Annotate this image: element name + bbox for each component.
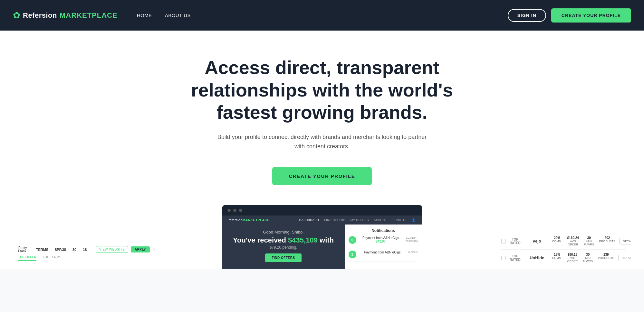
dash-nav-reports[interactable]: REPORTS bbox=[391, 218, 407, 222]
notifications-title: Notifications bbox=[349, 228, 418, 233]
vejo-products-val: 202 bbox=[599, 236, 616, 240]
notification-item-2: $ Payment from A&N eCigs 6:50am bbox=[349, 251, 418, 262]
notification-amount-1: $42.90 bbox=[359, 240, 403, 243]
notification-icon-2: $ bbox=[349, 251, 356, 258]
brand-tag-unhide: TOP RATED bbox=[510, 254, 521, 262]
preview-center-dashboard: refersionMARKETPLACE DASHBOARD FIND OFFE… bbox=[222, 205, 422, 269]
pf-stat-18-val: 18 bbox=[83, 248, 87, 252]
unhide-products: 139 PRODUCTS bbox=[598, 253, 614, 263]
notification-time-1: 10:01am Yesterday bbox=[405, 236, 418, 243]
notification-time-val-1: 10:01am bbox=[405, 236, 418, 239]
tab-terms[interactable]: THE TERMS bbox=[43, 255, 62, 261]
hero-subtitle: Build your profile to connect directly w… bbox=[213, 133, 432, 151]
preview-left-panel: Pretty Frank. TERMS $PP.38 30 18 bbox=[13, 242, 161, 269]
vejo-commission: 20% COMM. bbox=[552, 236, 562, 246]
navbar-actions: SIGN IN CREATE YOUR PROFILE bbox=[508, 8, 631, 23]
dashboard-amount: You've received $435,109 with bbox=[229, 236, 338, 245]
titlebar-dot-2 bbox=[233, 209, 236, 212]
preview-right-panel: TOP RATED vejo 20% COMM. $160.24 AVG ORD… bbox=[496, 230, 631, 269]
main-nav: HOME ABOUT US bbox=[137, 13, 508, 18]
navbar: ✿ Refersion MARKETPLACE HOME ABOUT US SI… bbox=[0, 0, 644, 31]
tab-offer[interactable]: THE OFFER bbox=[18, 255, 36, 261]
unhide-followers: 30 MIN FLWRS bbox=[583, 253, 593, 263]
brand-stats-vejo: 20% COMM. $160.24 AVG ORDER 30 MIN FLWRS… bbox=[552, 236, 616, 246]
vejo-products: 202 PRODUCTS bbox=[599, 236, 616, 246]
pf-stat-pp: $PP.38 bbox=[55, 248, 66, 252]
notification-text-1: Payment from A&N eCigs $42.90 bbox=[359, 236, 403, 243]
dashboard-nav: refersionMARKETPLACE DASHBOARD FIND OFFE… bbox=[222, 216, 422, 225]
nav-about[interactable]: ABOUT US bbox=[165, 13, 191, 18]
vejo-followers-val: 30 bbox=[584, 236, 594, 240]
hero-title: Access direct, transparent relationships… bbox=[177, 56, 467, 124]
dashboard-titlebar bbox=[222, 205, 422, 216]
notification-time-val-2: Yesterday bbox=[405, 239, 418, 243]
dash-nav-user-icon[interactable]: 👤 bbox=[412, 218, 416, 222]
vejo-details-button[interactable]: DETAILS bbox=[619, 238, 631, 244]
dashboard-pending-amount: $79.20 bbox=[269, 245, 281, 250]
apply-pf-button[interactable]: APPLY bbox=[131, 246, 150, 252]
dash-nav-find-offers[interactable]: FIND OFFERS bbox=[324, 218, 345, 222]
unhide-followers-val: 30 bbox=[583, 253, 593, 256]
unhide-avg-order-val: $80.13 bbox=[567, 253, 578, 256]
dashboard-brand: refersionMARKETPLACE bbox=[229, 218, 270, 222]
hero-section: Access direct, transparent relationships… bbox=[0, 31, 644, 269]
pretty-frank-logo: Pretty Frank. bbox=[18, 246, 27, 253]
notification-item-1: $ Payment from A&N eCigs $42.90 10:01am … bbox=[349, 236, 418, 247]
dashboard-pending-label: pending. bbox=[283, 245, 297, 250]
vejo-commission-val: 20% bbox=[552, 236, 562, 240]
create-profile-nav-button[interactable]: CREATE YOUR PROFILE bbox=[551, 8, 631, 23]
dashboard-cta-button[interactable]: FIND OFFERS bbox=[265, 253, 301, 262]
brand-frank: Frank. bbox=[18, 250, 27, 253]
notification-desc-2: Payment from A&N eCigs bbox=[359, 251, 406, 254]
create-profile-hero-button[interactable]: CREATE YOUR PROFILE bbox=[272, 167, 372, 185]
view-website-button[interactable]: VIEW WEBSITE bbox=[96, 246, 128, 253]
brand-checkbox-vejo[interactable] bbox=[501, 239, 506, 243]
dashboard-pending: $79.20 pending. bbox=[229, 245, 338, 250]
dashboard-content: Good Morning, Shibo. You've received $43… bbox=[222, 225, 422, 269]
unhide-details-button[interactable]: DETAILS bbox=[618, 255, 631, 261]
pf-stat-30: 30 bbox=[72, 248, 76, 252]
pf-stat-pp-val: $PP.38 bbox=[55, 248, 66, 252]
brand-name-refersion: Refersion bbox=[23, 11, 57, 20]
unhide-avg-order: $80.13 AVG ORDER bbox=[567, 253, 578, 263]
pf-stat-terms: TERMS bbox=[36, 248, 49, 252]
pf-stat-18: 18 bbox=[83, 248, 87, 252]
dashboard-notifications: Notifications $ Payment from A&N eCigs $… bbox=[345, 225, 422, 269]
notification-desc-1: Payment from A&N eCigs bbox=[359, 236, 403, 240]
close-icon[interactable]: ✕ bbox=[152, 247, 156, 252]
vejo-avg-order: $160.24 AVG ORDER bbox=[567, 236, 579, 246]
dashboard-main: Good Morning, Shibo. You've received $43… bbox=[222, 225, 345, 269]
unhide-products-val: 139 bbox=[598, 253, 614, 256]
pretty-frank-header: Pretty Frank. TERMS $PP.38 30 18 bbox=[18, 246, 156, 253]
brand-logo[interactable]: ✿ Refersion MARKETPLACE bbox=[13, 11, 118, 20]
signin-button[interactable]: SIGN IN bbox=[508, 9, 546, 22]
dash-nav-assets[interactable]: ASSETS bbox=[374, 218, 387, 222]
dashboard-amount-value: $435,109 bbox=[288, 236, 318, 244]
notification-time-val-3: 6:50am bbox=[408, 251, 418, 254]
dash-nav-my-offers[interactable]: MY OFFERS bbox=[351, 218, 369, 222]
nav-home[interactable]: HOME bbox=[137, 13, 152, 18]
titlebar-dot-3 bbox=[239, 209, 242, 212]
dashboard-greeting: Good Morning, Shibo. bbox=[229, 230, 338, 234]
pf-stat-30-val: 30 bbox=[72, 248, 76, 252]
brand-name-marketplace: MARKETPLACE bbox=[60, 11, 118, 20]
preview-area: Pretty Frank. TERMS $PP.38 30 18 bbox=[13, 205, 631, 269]
notification-icon-1: $ bbox=[349, 236, 356, 244]
vejo-avg-order-val: $160.24 bbox=[567, 236, 579, 240]
titlebar-dot-1 bbox=[227, 209, 231, 212]
brand-row-vejo: TOP RATED vejo 20% COMM. $160.24 AVG ORD… bbox=[501, 233, 626, 250]
pf-actions: VIEW WEBSITE APPLY ✕ bbox=[96, 246, 156, 253]
pf-stat-terms-val: TERMS bbox=[36, 248, 49, 252]
unhide-commission-val: 15% bbox=[552, 253, 562, 256]
dashboard-nav-links: DASHBOARD FIND OFFERS MY OFFERS ASSETS R… bbox=[299, 218, 416, 222]
brand-checkbox-unhide[interactable] bbox=[501, 256, 506, 260]
brand-logo-vejo: vejo bbox=[526, 239, 548, 243]
unhide-commission: 15% COMM. bbox=[552, 253, 562, 263]
dashboard-with-label: with bbox=[320, 236, 334, 244]
notification-time-2: 6:50am bbox=[408, 251, 418, 254]
dash-nav-dashboard[interactable]: DASHBOARD bbox=[299, 218, 319, 222]
dashboard-brand-ref: refersion bbox=[229, 218, 243, 222]
offer-tabs: THE OFFER THE TERMS bbox=[18, 255, 156, 263]
vejo-followers: 30 MIN FLWRS bbox=[584, 236, 594, 246]
brand-stats-unhide: 15% COMM. $80.13 AVG ORDER 30 MIN FLWRS … bbox=[552, 253, 614, 263]
